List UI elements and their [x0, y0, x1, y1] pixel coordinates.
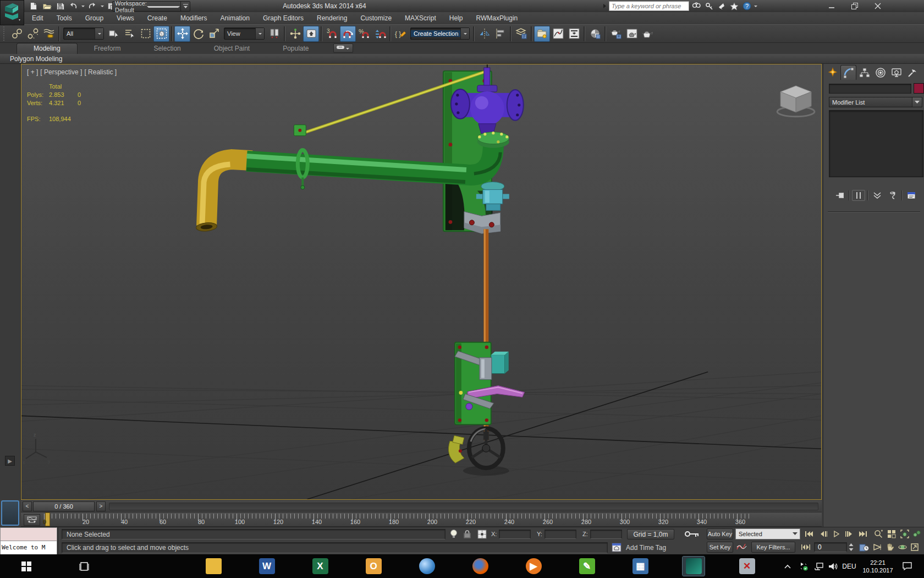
- clock[interactable]: 22:21 10.10.2017: [858, 554, 898, 578]
- track-bar[interactable]: 0204060801001201401601802002202402602803…: [21, 512, 822, 527]
- viewport-shading-menu[interactable]: [ Realistic ]: [84, 68, 117, 76]
- previous-frame-button[interactable]: <: [23, 501, 32, 511]
- tab-create[interactable]: [824, 65, 840, 80]
- time-tag-icon[interactable]: [612, 543, 622, 552]
- zoom-all-button[interactable]: [886, 528, 898, 539]
- minimize-button[interactable]: [824, 1, 839, 12]
- field-of-view-button[interactable]: [871, 542, 883, 553]
- y-coordinate-field[interactable]: [544, 530, 576, 539]
- ribbon-tab-freeform[interactable]: Freeform: [78, 43, 138, 54]
- ribbon-minimize-button[interactable]: [333, 43, 353, 53]
- menu-tools[interactable]: Tools: [50, 12, 79, 24]
- spinner-snap-toggle[interactable]: [372, 26, 388, 42]
- listener-script-pane[interactable]: Welcome to M: [0, 541, 57, 555]
- search-icon[interactable]: [691, 1, 702, 11]
- help-icon[interactable]: ?: [741, 1, 752, 11]
- percent-snap-toggle[interactable]: %: [356, 26, 372, 42]
- taskbar-app-image-editor[interactable]: ✕: [736, 557, 758, 576]
- menu-edit[interactable]: Edit: [25, 12, 50, 24]
- tray-expand-chevron[interactable]: [781, 554, 794, 578]
- configure-modifier-sets-button[interactable]: [905, 190, 918, 201]
- menu-views[interactable]: Views: [110, 12, 141, 24]
- network-tray-icon[interactable]: [812, 554, 826, 578]
- select-object-button[interactable]: [106, 26, 122, 42]
- next-frame-playback-button[interactable]: [843, 528, 855, 539]
- menu-help[interactable]: Help: [443, 12, 470, 24]
- tab-utilities[interactable]: [904, 65, 920, 80]
- trackbar-corner-button[interactable]: [1, 500, 19, 526]
- task-view-button[interactable]: [73, 557, 95, 576]
- workspace-selector[interactable]: Workspace: Default: [112, 1, 183, 12]
- go-to-start-button[interactable]: [803, 528, 815, 539]
- search-input[interactable]: [609, 1, 689, 11]
- edit-named-selection-sets-button[interactable]: { }: [393, 26, 409, 42]
- menu-animation[interactable]: Animation: [214, 12, 256, 24]
- key-filters-curve-icon[interactable]: [736, 542, 748, 552]
- sync-tray-icon[interactable]: [796, 554, 811, 578]
- time-configuration-button[interactable]: [858, 542, 870, 553]
- new-scene-button[interactable]: [28, 1, 40, 12]
- auto-key-button[interactable]: Auto Key: [707, 528, 733, 539]
- material-editor-button[interactable]: [587, 26, 603, 42]
- menu-create[interactable]: Create: [141, 12, 174, 24]
- taskbar-app-outlook[interactable]: O: [362, 557, 384, 576]
- bind-to-space-warp-button[interactable]: [41, 26, 57, 42]
- orbit-view-button[interactable]: [897, 542, 909, 553]
- taskbar-app-google-earth[interactable]: [416, 557, 438, 576]
- show-end-result-button[interactable]: [852, 190, 865, 201]
- menu-customize[interactable]: Customize: [354, 12, 398, 24]
- named-selection-sets-select[interactable]: Create Selection Se: [410, 28, 470, 40]
- search-collapse-arrow[interactable]: [603, 3, 607, 9]
- menu-graph-editors[interactable]: Graph Editors: [256, 12, 310, 24]
- toolbar-grip[interactable]: [3, 26, 7, 41]
- language-indicator[interactable]: DEU: [840, 554, 858, 578]
- play-animation-button[interactable]: [831, 528, 843, 539]
- workspace-flyout-button[interactable]: [180, 1, 190, 12]
- window-crossing-toggle[interactable]: [153, 26, 169, 42]
- viewport-general-menu[interactable]: [ + ]: [27, 68, 38, 76]
- time-slider-frame-display[interactable]: 0 / 360: [33, 501, 95, 511]
- key-mode-toggle-button[interactable]: [800, 542, 812, 553]
- open-file-button[interactable]: [41, 1, 53, 12]
- set-key-button[interactable]: Set Key: [707, 542, 733, 553]
- menu-maxscript[interactable]: MAXScript: [398, 12, 443, 24]
- current-time-field[interactable]: 0: [814, 542, 847, 552]
- zoom-button[interactable]: [872, 528, 884, 539]
- undo-button[interactable]: [67, 1, 79, 12]
- redo-button[interactable]: [86, 1, 98, 12]
- menu-group[interactable]: Group: [79, 12, 110, 24]
- rendered-frame-window-button[interactable]: [624, 26, 640, 42]
- modifier-stack-list[interactable]: [829, 110, 923, 177]
- help-dropdown[interactable]: [754, 6, 757, 9]
- viewport-tab-arrow[interactable]: ▶: [5, 456, 15, 466]
- make-unique-button[interactable]: [871, 190, 884, 201]
- restore-button[interactable]: [847, 1, 862, 12]
- taskbar-app-file-explorer[interactable]: [202, 557, 224, 576]
- select-by-name-button[interactable]: [122, 26, 138, 42]
- save-file-button[interactable]: [54, 1, 66, 12]
- curve-editor-button[interactable]: [550, 26, 566, 42]
- layer-manager-button[interactable]: [513, 26, 529, 42]
- zoom-extents-button[interactable]: [899, 528, 911, 539]
- subscription-icon[interactable]: [716, 1, 727, 11]
- snap-toggle-3d-button[interactable]: 3: [324, 26, 340, 42]
- ribbon-tab-populate[interactable]: Populate: [266, 43, 325, 54]
- ribbon-tab-object-paint[interactable]: Object Paint: [197, 43, 266, 54]
- taskbar-app-text-editor[interactable]: ✎: [576, 557, 598, 576]
- menu-rwmaxplugin[interactable]: RWMaxPlugin: [469, 12, 524, 24]
- time-spinner[interactable]: [848, 542, 854, 552]
- previous-frame-playback-button[interactable]: [817, 528, 829, 539]
- keyboard-shortcut-override-toggle[interactable]: [303, 26, 319, 42]
- select-and-rotate-button[interactable]: [190, 26, 206, 42]
- rectangular-selection-region-button[interactable]: [138, 26, 153, 42]
- object-name-field[interactable]: [829, 84, 911, 94]
- key-mode-select[interactable]: Selected: [735, 528, 800, 539]
- ribbon-tab-selection[interactable]: Selection: [137, 43, 197, 54]
- pin-stack-button[interactable]: [833, 190, 846, 201]
- set-keys-button[interactable]: [684, 529, 700, 539]
- go-to-end-button[interactable]: [857, 528, 869, 539]
- tab-display[interactable]: [888, 65, 904, 80]
- taskbar-app-media-player[interactable]: ▶: [522, 557, 544, 576]
- tab-modify[interactable]: [840, 65, 856, 80]
- viewcube[interactable]: BACK LEFT: [777, 64, 815, 212]
